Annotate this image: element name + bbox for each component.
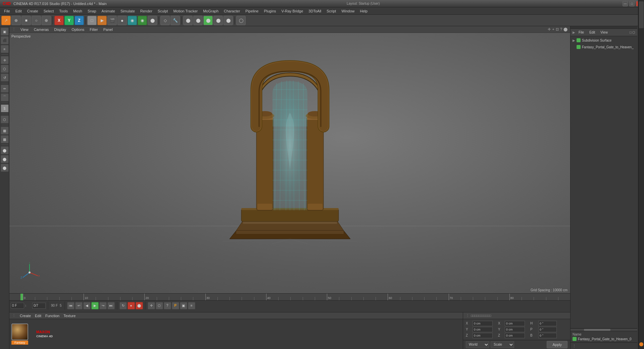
left-tool-extra-1[interactable]: ⬤ <box>1 146 9 154</box>
toolbar-rect[interactable]: ■ <box>21 16 31 25</box>
om-view-btn[interactable]: View <box>598 30 610 35</box>
toolbar-render[interactable]: ▶ <box>97 16 107 25</box>
viewport-menu-view[interactable]: View <box>18 27 31 32</box>
toolbar-snap-5[interactable]: ⬤ <box>224 16 233 25</box>
mat-menu-edit[interactable]: Edit <box>35 314 41 318</box>
left-tool-brush[interactable]: ⌒ <box>1 93 9 101</box>
menu-animate[interactable]: Animate <box>99 8 118 14</box>
viewport-icon-camera[interactable]: ? <box>560 27 562 32</box>
viewport-menu-filter[interactable]: Filter <box>88 27 100 32</box>
scrollbar-top[interactable] <box>571 26 637 29</box>
om-item-portal[interactable]: Fantasy_Portal_Gate_to_Heaven_ <box>571 44 637 50</box>
left-tool-texture[interactable]: ⬛ <box>1 36 9 44</box>
menu-simulate[interactable]: Simulate <box>118 8 138 14</box>
toolbar-light[interactable]: ● <box>117 16 127 25</box>
auto-key-button[interactable]: ⬤ <box>136 302 143 309</box>
menu-file[interactable]: File <box>1 8 13 14</box>
menu-edit[interactable]: Edit <box>13 8 24 14</box>
prop-p-input[interactable] <box>538 327 557 332</box>
left-tool-layer-2[interactable]: ▩ <box>1 135 9 143</box>
left-tool-extra-3[interactable]: ⬤ <box>1 164 9 172</box>
apply-button[interactable]: Apply <box>547 341 567 348</box>
menu-plugins[interactable]: Plugins <box>261 8 279 14</box>
viewport-menu-display[interactable]: Display <box>52 27 68 32</box>
toolbar-circle[interactable]: ○ <box>32 16 41 25</box>
left-tool-layers[interactable]: ≡ <box>1 45 9 53</box>
transform-select[interactable]: Scale Move Rotate <box>491 341 514 348</box>
menu-script[interactable]: Script <box>324 8 339 14</box>
play-reverse-button[interactable]: ◀ <box>83 302 91 309</box>
prop-x-input[interactable] <box>473 321 493 326</box>
left-tool-models[interactable]: ▣ <box>1 28 9 36</box>
menu-sculpt[interactable]: Sculpt <box>155 8 171 14</box>
tl-btn-2[interactable]: ⬡ <box>156 302 163 309</box>
maximize-button[interactable]: □ <box>629 1 635 6</box>
menu-character[interactable]: Character <box>221 8 243 14</box>
om-scrollbar-h[interactable] <box>571 328 637 331</box>
loop-button[interactable]: ↻ <box>119 302 127 309</box>
tl-btn-p[interactable]: P <box>172 302 179 309</box>
step-fwd-button[interactable]: ↪ <box>99 302 107 309</box>
viewport-icon-fit[interactable]: ⊡ <box>556 27 559 32</box>
prop-x2-input[interactable] <box>505 321 525 326</box>
viewport-menu-panel[interactable]: Panel <box>101 27 115 32</box>
toolbar-cam[interactable]: 🎬 <box>107 16 117 25</box>
tl-btn-3[interactable]: ? <box>164 302 171 309</box>
viewport-3d[interactable]: Perspective <box>9 33 570 293</box>
viewport-menu-cameras[interactable]: Cameras <box>32 27 51 32</box>
material-swatch-fantasy[interactable]: Fantasy <box>11 323 28 345</box>
om-scrollbar-thumb[interactable] <box>584 329 611 331</box>
toolbar-obj-sel[interactable]: □ <box>87 16 97 25</box>
toolbar-y-axis[interactable]: Y <box>64 16 74 25</box>
toolbar-snap-4[interactable]: ⬤ <box>213 16 223 25</box>
left-tool-extra-2[interactable]: ⬤ <box>1 155 9 163</box>
timeline-ruler[interactable]: 0102030405060708090 <box>9 294 570 300</box>
prop-y-input[interactable] <box>473 327 493 332</box>
menu-window[interactable]: Window <box>339 8 357 14</box>
toolbar-green-1[interactable]: ◉ <box>138 16 147 25</box>
toolbar-view-1[interactable]: ◯ <box>236 16 246 25</box>
menu-help[interactable]: Help <box>357 8 370 14</box>
viewport-menu-options[interactable]: Options <box>69 27 86 32</box>
toolbar-mode-1[interactable]: ↗ <box>1 16 11 25</box>
frame-fraction-input[interactable] <box>32 303 46 309</box>
coord-system-select[interactable]: World Object <box>466 341 489 348</box>
mat-menu-texture[interactable]: Texture <box>63 314 76 318</box>
toolbar-deform[interactable]: ⬤ <box>148 16 157 25</box>
toolbar-add[interactable]: ⊕ <box>11 16 21 25</box>
left-tool-dollar[interactable]: $ <box>1 104 9 112</box>
menu-mesh[interactable]: Mesh <box>70 8 85 14</box>
toolbar-lasso[interactable]: ⊕ <box>42 16 51 25</box>
left-tool-scale[interactable]: ⬡ <box>1 65 9 73</box>
viewport-icon-extra[interactable]: ⬤ <box>563 27 567 32</box>
toolbar-snap-1[interactable]: ⬤ <box>183 16 193 25</box>
menu-3dtoall[interactable]: 3DToAll <box>306 8 324 14</box>
toolbar-snap-2[interactable]: ⬤ <box>193 16 203 25</box>
menu-create[interactable]: Create <box>24 8 41 14</box>
far-right-indicator[interactable] <box>639 342 643 346</box>
play-button[interactable]: ▶ <box>91 302 99 309</box>
viewport-icon-zoom[interactable]: + <box>552 27 554 32</box>
tl-btn-4[interactable]: ▣ <box>180 302 187 309</box>
prop-y2-input[interactable] <box>505 327 525 332</box>
toolbar-teal-1[interactable]: ◉ <box>128 16 137 25</box>
toolbar-mat[interactable]: ◇ <box>160 16 170 25</box>
tl-btn-5[interactable]: ≡ <box>188 302 195 309</box>
toolbar-tag[interactable]: 🔧 <box>170 16 180 25</box>
left-tool-rotate[interactable]: ↺ <box>1 73 9 82</box>
mat-menu-function[interactable]: Function <box>45 314 59 318</box>
om-icon-2[interactable]: ⬡ <box>632 31 635 34</box>
step-back-button[interactable]: ↩ <box>75 302 83 309</box>
record-button[interactable]: ● <box>128 302 135 309</box>
menu-snap[interactable]: Snap <box>85 8 99 14</box>
frame-input[interactable] <box>11 303 24 309</box>
left-tool-layer-1[interactable]: ▦ <box>1 127 9 135</box>
menu-render[interactable]: Render <box>138 8 155 14</box>
menu-select[interactable]: Select <box>41 8 57 14</box>
mat-menu-create[interactable]: Create <box>20 314 31 318</box>
left-tool-move[interactable]: ✛ <box>1 56 9 64</box>
menu-motion-tracker[interactable]: Motion Tracker <box>170 8 200 14</box>
om-icon-1[interactable]: □ <box>630 31 632 34</box>
prop-z-input[interactable] <box>473 333 493 338</box>
toolbar-x-axis[interactable]: X <box>54 16 64 25</box>
